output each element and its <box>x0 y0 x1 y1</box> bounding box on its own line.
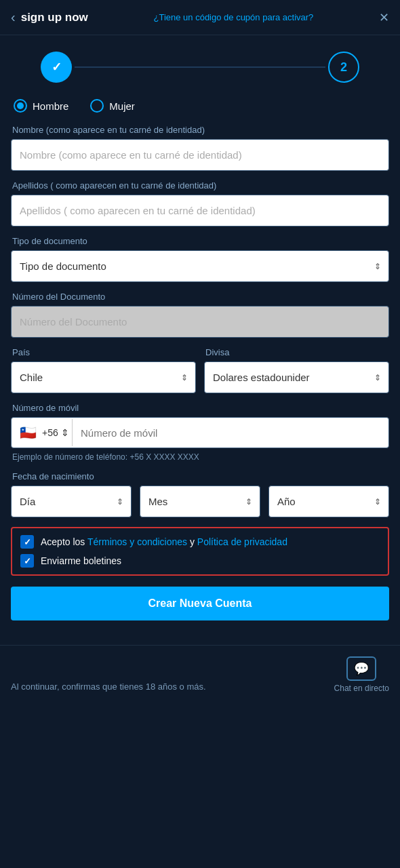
pais-label: País <box>11 347 196 357</box>
header: ‹ sign up now ¿Tiene un código de cupón … <box>0 0 400 35</box>
pais-col: País Chile Argentina Colombia México ⇕ <box>11 347 196 403</box>
divisa-col: Divisa Dolares estadounider Euro Peso ch… <box>204 347 389 403</box>
chat-icon: 💬 <box>354 661 369 676</box>
close-button[interactable]: ✕ <box>379 10 389 25</box>
dob-anio-col: Año 200019991990 ⇕ <box>268 486 389 527</box>
pais-divisa-row: País Chile Argentina Colombia México ⇕ D… <box>11 347 389 403</box>
nombre-input[interactable] <box>11 139 389 171</box>
progress-steps: ✓ 2 <box>0 35 400 99</box>
privacy-link[interactable]: Política de privacidad <box>197 536 287 547</box>
phone-code-select[interactable]: +56 ⇕ +54 +57 <box>42 419 73 446</box>
step-2: 2 <box>328 52 359 83</box>
chat-label: Chat en directo <box>334 684 389 693</box>
page-title: sign up now <box>21 11 88 24</box>
gender-mujer[interactable]: Mujer <box>90 99 135 113</box>
radio-mujer <box>90 99 104 113</box>
dob-row: Día 123 ⇕ Mes EneroFebrero ⇕ Año 2000199… <box>11 486 389 527</box>
nombre-label: Nombre (como aparece en tu carné de iden… <box>11 125 389 135</box>
num-doc-label: Número del Documento <box>11 292 389 302</box>
footer-disclaimer: Al continuar, confirmas que tienes 18 añ… <box>11 681 206 693</box>
step-line <box>75 66 325 68</box>
newsletter-check-icon: ✓ <box>24 556 31 566</box>
tipo-doc-select[interactable]: Tipo de documento DNI Pasaporte RUT <box>11 250 389 282</box>
apellidos-label: Apellidos ( como aparecen en tu carné de… <box>11 180 389 191</box>
header-left: ‹ sign up now <box>11 9 88 25</box>
num-doc-input[interactable] <box>11 306 389 338</box>
dob-label: Fecha de nacimiento <box>11 471 389 481</box>
terms-checkbox[interactable]: ✓ <box>20 535 34 549</box>
phone-flag: 🇨🇱 <box>12 418 42 448</box>
terms-middle: y <box>187 536 197 547</box>
divisa-wrapper: Dolares estadounider Euro Peso chileno ⇕ <box>204 361 389 393</box>
mobile-label: Número de móvil <box>11 403 389 413</box>
create-account-button[interactable]: Crear Nueva Cuenta <box>11 587 389 620</box>
tipo-doc-label: Tipo de documento <box>11 236 389 246</box>
divisa-label: Divisa <box>204 347 389 357</box>
phone-hint: Ejemplo de número de teléfono: +56 X XXX… <box>11 452 389 462</box>
gender-selector: Hombre Mujer <box>11 99 389 113</box>
checkboxes-area: ✓ Acepto los Términos y condiciones y Po… <box>11 527 389 576</box>
terms-prefix: Acepto los <box>41 536 87 547</box>
chat-button[interactable]: 💬 Chat en directo <box>334 656 389 693</box>
gender-mujer-label: Mujer <box>109 100 135 112</box>
dia-wrapper: Día 123 ⇕ <box>11 486 132 517</box>
phone-row: 🇨🇱 +56 ⇕ +54 +57 <box>11 417 389 448</box>
tipo-doc-wrapper: Tipo de documento DNI Pasaporte RUT ⇕ <box>11 250 389 282</box>
check-icon: ✓ <box>24 537 31 547</box>
anio-wrapper: Año 200019991990 ⇕ <box>268 486 389 517</box>
newsletter-row: ✓ Enviarme boletines <box>20 554 380 568</box>
form-container: Hombre Mujer Nombre (como aparece en tu … <box>0 99 400 645</box>
mes-select[interactable]: Mes EneroFebrero <box>140 486 260 517</box>
dob-mes-col: Mes EneroFebrero ⇕ <box>140 486 260 527</box>
terms-row: ✓ Acepto los Términos y condiciones y Po… <box>20 535 380 549</box>
step-1: ✓ <box>41 52 72 83</box>
newsletter-label: Enviarme boletines <box>41 555 121 566</box>
back-button[interactable]: ‹ <box>11 9 16 25</box>
dob-dia-col: Día 123 ⇕ <box>11 486 132 527</box>
terms-text: Acepto los Términos y condiciones y Polí… <box>41 536 287 547</box>
dia-select[interactable]: Día 123 <box>11 486 132 517</box>
phone-input[interactable] <box>73 419 388 447</box>
pais-wrapper: Chile Argentina Colombia México ⇕ <box>11 361 196 393</box>
apellidos-input[interactable] <box>11 195 389 226</box>
chat-icon-box: 💬 <box>346 656 376 681</box>
footer: Al continuar, confirmas que tienes 18 añ… <box>0 645 400 707</box>
gender-hombre[interactable]: Hombre <box>14 99 68 113</box>
pais-select[interactable]: Chile Argentina Colombia México <box>11 361 196 393</box>
mes-wrapper: Mes EneroFebrero ⇕ <box>140 486 260 517</box>
terms-link[interactable]: Términos y condiciones <box>87 536 187 547</box>
divisa-select[interactable]: Dolares estadounider Euro Peso chileno <box>204 361 389 393</box>
radio-hombre <box>14 99 27 113</box>
coupon-link[interactable]: ¿Tiene un código de cupón para activar? <box>88 12 379 22</box>
gender-hombre-label: Hombre <box>33 100 68 112</box>
anio-select[interactable]: Año 200019991990 <box>268 486 389 517</box>
newsletter-checkbox[interactable]: ✓ <box>20 554 34 568</box>
